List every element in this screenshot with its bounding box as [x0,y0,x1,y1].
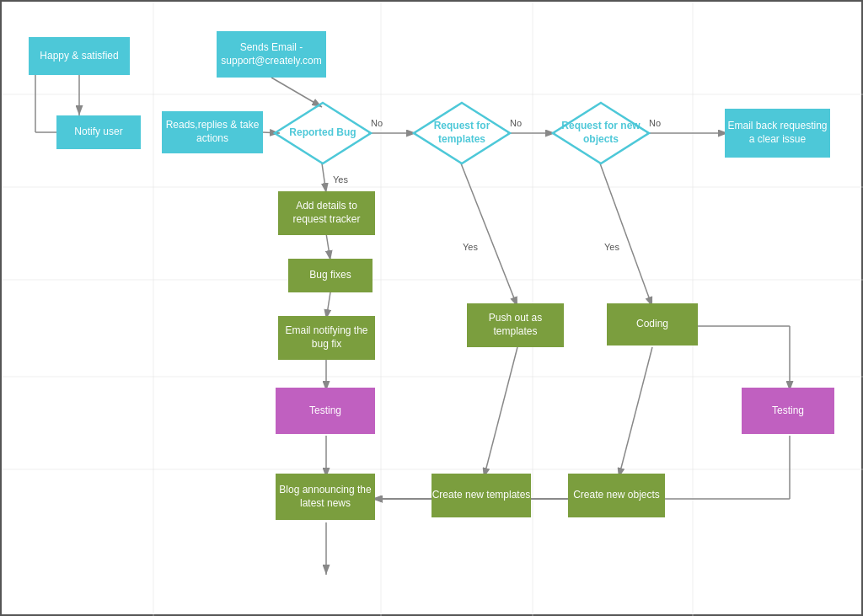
push-templates-node: Push out as templates [467,303,564,347]
email-notifying-node: Email notifying the bug fix [278,316,375,360]
svg-line-25 [619,347,652,478]
sends-email-node: Sends Email - support@creately.com [217,31,326,78]
grid-lines [2,2,863,616]
svg-line-22 [484,347,517,478]
arrows-layer: No No No Yes Yes Yes [2,2,863,616]
svg-text:No: No [649,118,661,128]
reported-bug-diamond: Reported Bug [273,101,373,165]
svg-line-16 [326,233,330,260]
svg-text:No: No [510,118,522,128]
svg-text:Yes: Yes [333,174,348,185]
svg-text:Yes: Yes [604,242,619,252]
svg-line-21 [461,163,517,307]
svg-text:Yes: Yes [463,242,478,252]
flowchart-diagram: No No No Yes Yes Yes Happy & satisfied S… [0,0,863,616]
svg-line-15 [322,163,326,193]
create-new-templates-node: Create new templates [432,474,531,517]
blog-announcing-node: Blog announcing the latest news [276,474,375,520]
add-details-node: Add details to request tracker [278,191,375,235]
coding-node: Coding [607,303,698,345]
request-templates-diamond: Request for templates [412,101,512,165]
notify-user-node: Notify user [56,115,141,149]
email-back-node: Email back requesting a clear issue [725,109,830,158]
reads-replies-node: Reads,replies & take actions [162,111,263,153]
testing-right-node: Testing [742,388,834,434]
happy-satisfied-node: Happy & satisfied [29,37,130,75]
request-new-objects-diamond: Request for new objects [551,101,651,165]
bugfixes-node: Bug fixes [288,259,373,292]
testing-left-node: Testing [276,388,375,434]
create-new-objects-node: Create new objects [568,474,665,517]
svg-line-24 [600,163,652,307]
svg-text:No: No [371,118,383,128]
